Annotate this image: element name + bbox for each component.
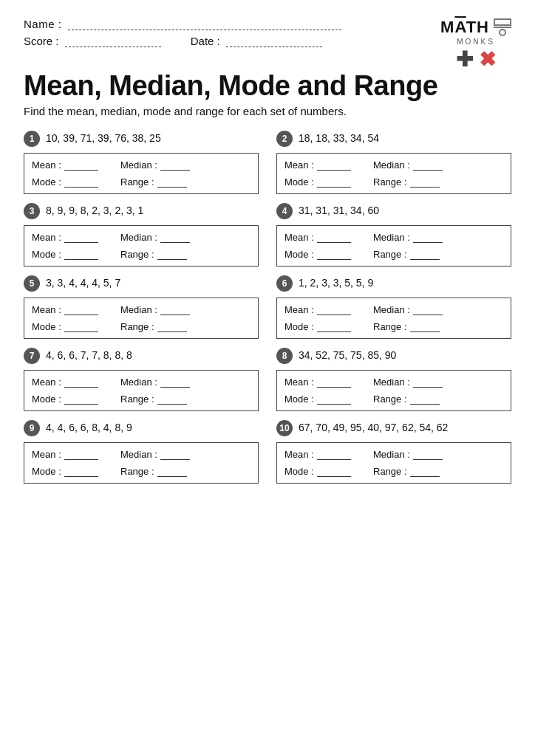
range-line-10 <box>410 467 440 477</box>
answer-box-4: Mean : Median : Mode : Range : <box>276 225 511 267</box>
mode-label-7: Mode : <box>32 394 61 405</box>
mode-label-8: Mode : <box>284 394 314 405</box>
median-line-1 <box>160 160 190 171</box>
answer-box-3: Mean : Median : Mode : Range : <box>24 225 259 267</box>
mean-label-6: Mean : <box>284 304 314 315</box>
problem-number-6: 6 <box>276 275 293 292</box>
mode-label-6: Mode : <box>284 321 314 332</box>
range-label-10: Range : <box>373 466 407 477</box>
range-label-9: Range : <box>120 466 154 477</box>
median-line-5 <box>160 305 190 315</box>
range-line-7 <box>157 394 187 405</box>
mean-line-1 <box>64 160 98 171</box>
plus-icon: ✚ <box>456 49 473 70</box>
name-row: Name : <box>24 18 341 30</box>
range-label-6: Range : <box>373 321 407 332</box>
mode-line-6 <box>317 322 351 332</box>
problem-numbers-7: 4, 6, 6, 7, 7, 8, 8, 8 <box>46 349 132 361</box>
median-line-7 <box>160 377 190 388</box>
subtitle: Find the mean, median, mode and range fo… <box>24 105 511 117</box>
problem-9: 9 4, 4, 6, 6, 8, 4, 8, 9 Mean : Median : <box>24 420 259 484</box>
median-line-4 <box>413 233 443 243</box>
problem-numbers-8: 34, 52, 75, 75, 85, 90 <box>299 349 396 361</box>
problem-header-3: 3 8, 9, 9, 8, 2, 3, 2, 3, 1 <box>24 203 259 219</box>
median-line-3 <box>160 233 190 243</box>
problem-numbers-6: 1, 2, 3, 3, 5, 5, 9 <box>299 277 373 289</box>
mean-label-10: Mean : <box>284 449 314 460</box>
range-label-7: Range : <box>120 394 154 405</box>
problem-7: 7 4, 6, 6, 7, 7, 8, 8, 8 Mean : Median : <box>24 348 259 411</box>
mode-line-8 <box>317 394 351 405</box>
name-label: Name : <box>24 18 61 30</box>
header-left: Name : Score : Date : <box>24 18 341 55</box>
problem-8: 8 34, 52, 75, 75, 85, 90 Mean : Median : <box>276 348 511 411</box>
median-label-10: Median : <box>373 449 410 460</box>
logo-fraction-icon <box>494 18 511 36</box>
mean-line-8 <box>317 377 351 388</box>
problem-number-5: 5 <box>24 275 40 292</box>
page-title: Mean, Median, Mode and Range <box>24 70 511 102</box>
mean-label-7: Mean : <box>32 377 61 388</box>
range-label-4: Range : <box>373 249 407 260</box>
mode-line-5 <box>64 322 98 332</box>
mean-line-9 <box>64 450 98 460</box>
score-date-row: Score : Date : <box>24 35 341 47</box>
mean-line-4 <box>317 233 351 243</box>
median-line-8 <box>413 377 443 388</box>
median-line-2 <box>413 160 443 171</box>
problem-header-1: 1 10, 39, 71, 39, 76, 38, 25 <box>24 131 259 147</box>
answer-box-8: Mean : Median : Mode : Range : <box>276 370 511 411</box>
mode-label-5: Mode : <box>32 321 61 332</box>
mean-label-1: Mean : <box>32 159 61 171</box>
mean-line-10 <box>317 450 351 460</box>
median-line-6 <box>413 305 443 315</box>
answer-box-9: Mean : Median : Mode : Range : <box>24 442 259 484</box>
mean-line-5 <box>64 305 98 315</box>
problem-numbers-10: 67, 70, 49, 95, 40, 97, 62, 54, 62 <box>299 422 448 433</box>
problem-number-4: 4 <box>276 203 293 219</box>
range-line-6 <box>410 322 440 332</box>
header: Name : Score : Date : MATH MONKS <box>24 18 511 70</box>
median-label-2: Median : <box>373 159 410 171</box>
mode-label-4: Mode : <box>284 249 314 260</box>
mode-line-3 <box>64 250 98 260</box>
mode-label-1: Mode : <box>32 176 61 188</box>
mean-label-5: Mean : <box>32 304 61 315</box>
answer-box-1: Mean : Median : Mode : Range : <box>24 153 259 194</box>
median-line-9 <box>160 450 190 460</box>
problem-6: 6 1, 2, 3, 3, 5, 5, 9 Mean : Median : <box>276 275 511 339</box>
score-item: Score : <box>24 35 161 47</box>
mode-label-2: Mode : <box>284 176 314 188</box>
range-label-5: Range : <box>120 321 154 332</box>
problem-5: 5 3, 3, 4, 4, 4, 5, 7 Mean : Median : <box>24 275 259 339</box>
range-line-3 <box>157 250 187 260</box>
mode-line-7 <box>64 394 98 405</box>
mean-line-7 <box>64 377 98 388</box>
mean-label-8: Mean : <box>284 377 314 388</box>
answer-box-5: Mean : Median : Mode : Range : <box>24 298 259 339</box>
problems-grid: 1 10, 39, 71, 39, 76, 38, 25 Mean : Medi… <box>24 131 511 484</box>
mode-label-10: Mode : <box>284 466 314 477</box>
mean-label-9: Mean : <box>32 449 61 460</box>
range-label-1: Range : <box>120 176 154 188</box>
range-line-5 <box>157 322 187 332</box>
problem-10: 10 67, 70, 49, 95, 40, 97, 62, 54, 62 Me… <box>276 420 511 484</box>
date-label: Date : <box>191 35 220 47</box>
mean-label-4: Mean : <box>284 232 314 243</box>
date-item: Date : <box>191 35 322 47</box>
mode-line-10 <box>317 467 351 477</box>
problem-header-6: 6 1, 2, 3, 3, 5, 5, 9 <box>276 275 511 292</box>
logo-monks: MONKS <box>457 38 495 46</box>
answer-box-2: Mean : Median : Mode : Range : <box>276 153 511 194</box>
mode-label-9: Mode : <box>32 466 61 477</box>
problem-number-10: 10 <box>276 420 293 436</box>
problem-1: 1 10, 39, 71, 39, 76, 38, 25 Mean : Medi… <box>24 131 259 194</box>
range-line-4 <box>410 250 440 260</box>
problem-numbers-5: 3, 3, 4, 4, 4, 5, 7 <box>46 277 120 289</box>
mode-line-9 <box>64 467 98 477</box>
problem-header-8: 8 34, 52, 75, 75, 85, 90 <box>276 348 511 364</box>
range-label-3: Range : <box>120 249 154 260</box>
median-label-5: Median : <box>120 304 157 315</box>
median-line-10 <box>413 450 443 460</box>
range-label-8: Range : <box>373 394 407 405</box>
